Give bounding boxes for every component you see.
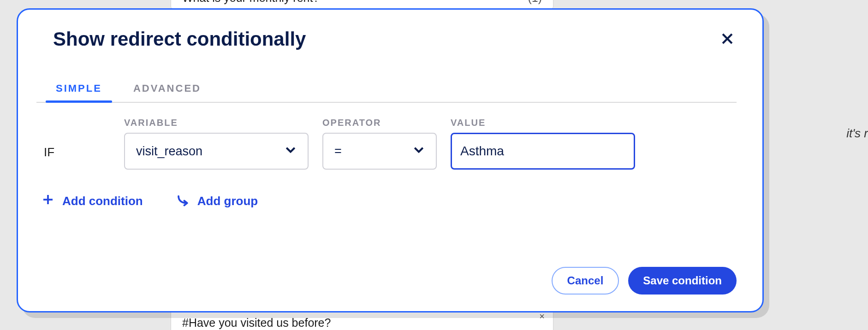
operator-field: OPERATOR = xyxy=(322,118,437,170)
close-icon: × xyxy=(539,311,545,322)
bg-question-row-top: What is your monthly rent? (1) xyxy=(171,0,553,9)
tabs: SIMPLE ADVANCED xyxy=(36,76,737,103)
modal-title: Show redirect conditionally xyxy=(53,28,306,50)
add-condition-label: Add condition xyxy=(62,194,143,208)
operator-label: OPERATOR xyxy=(322,118,437,128)
bg-right-hint: it's r xyxy=(846,126,868,141)
save-condition-button[interactable]: Save condition xyxy=(628,267,737,295)
plus-icon xyxy=(41,193,55,210)
add-condition-button[interactable]: Add condition xyxy=(36,190,148,212)
if-label: IF xyxy=(36,145,110,170)
chevron-down-icon xyxy=(412,143,426,160)
chevron-down-icon xyxy=(284,143,297,160)
value-input[interactable] xyxy=(451,133,635,170)
tab-advanced[interactable]: ADVANCED xyxy=(131,76,204,102)
bg-question-top-text: What is your monthly rent? xyxy=(182,0,528,5)
value-label: VALUE xyxy=(451,118,635,128)
variable-field: VARIABLE visit_reason xyxy=(124,118,309,170)
add-group-label: Add group xyxy=(197,194,258,208)
arrow-subdirectory-icon xyxy=(176,193,190,210)
operator-selected-value: = xyxy=(334,144,342,159)
variable-label: VARIABLE xyxy=(124,118,309,128)
modal-footer: Cancel Save condition xyxy=(27,267,737,295)
condition-row: IF VARIABLE visit_reason OPERATOR = VALU… xyxy=(27,118,737,170)
condition-actions: Add condition Add group xyxy=(27,190,737,212)
variable-selected-value: visit_reason xyxy=(136,144,202,159)
bg-question-top-count: (1) xyxy=(528,0,542,5)
close-button[interactable] xyxy=(718,30,737,48)
conditional-redirect-modal: Show redirect conditionally SIMPLE ADVAN… xyxy=(17,8,764,312)
value-field: VALUE xyxy=(451,118,635,170)
close-icon xyxy=(719,31,735,48)
operator-select[interactable]: = xyxy=(322,133,437,170)
cancel-button[interactable]: Cancel xyxy=(552,267,619,295)
bg-question-bottom-text: #Have you visited us before? xyxy=(182,316,542,330)
add-group-button[interactable]: Add group xyxy=(172,190,262,212)
tab-simple[interactable]: SIMPLE xyxy=(53,76,105,102)
variable-select[interactable]: visit_reason xyxy=(124,133,309,170)
modal-header: Show redirect conditionally xyxy=(27,28,737,50)
